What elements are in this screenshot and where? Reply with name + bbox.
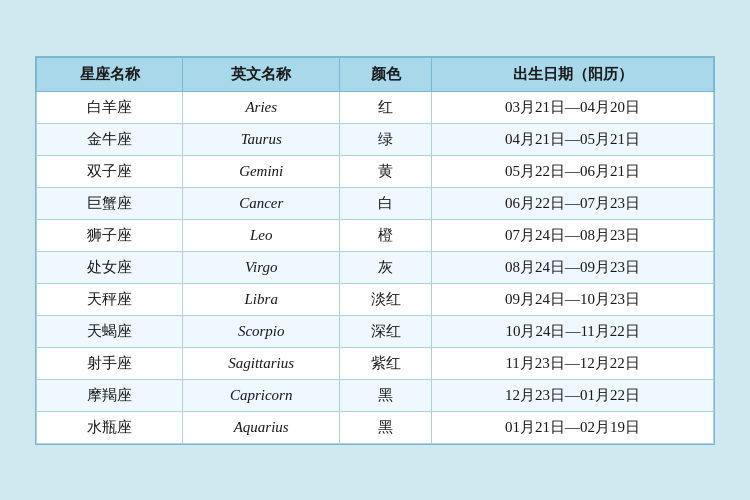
header-english-name: 英文名称 — [183, 57, 340, 91]
cell-chinese-name: 巨蟹座 — [37, 187, 183, 219]
cell-dates: 04月21日—05月21日 — [432, 123, 714, 155]
cell-chinese-name: 处女座 — [37, 251, 183, 283]
cell-english-name: Leo — [183, 219, 340, 251]
cell-color: 绿 — [340, 123, 432, 155]
header-color: 颜色 — [340, 57, 432, 91]
table-row: 处女座Virgo灰08月24日—09月23日 — [37, 251, 714, 283]
cell-color: 橙 — [340, 219, 432, 251]
cell-dates: 05月22日—06月21日 — [432, 155, 714, 187]
cell-color: 灰 — [340, 251, 432, 283]
cell-dates: 11月23日—12月22日 — [432, 347, 714, 379]
cell-dates: 07月24日—08月23日 — [432, 219, 714, 251]
cell-english-name: Capricorn — [183, 379, 340, 411]
cell-english-name: Libra — [183, 283, 340, 315]
cell-dates: 06月22日—07月23日 — [432, 187, 714, 219]
cell-english-name: Cancer — [183, 187, 340, 219]
cell-chinese-name: 狮子座 — [37, 219, 183, 251]
cell-chinese-name: 天秤座 — [37, 283, 183, 315]
cell-color: 紫红 — [340, 347, 432, 379]
cell-color: 黑 — [340, 379, 432, 411]
table-row: 水瓶座Aquarius黑01月21日—02月19日 — [37, 411, 714, 443]
cell-dates: 10月24日—11月22日 — [432, 315, 714, 347]
cell-english-name: Aries — [183, 91, 340, 123]
cell-chinese-name: 摩羯座 — [37, 379, 183, 411]
table-row: 金牛座Taurus绿04月21日—05月21日 — [37, 123, 714, 155]
cell-dates: 03月21日—04月20日 — [432, 91, 714, 123]
table-row: 摩羯座Capricorn黑12月23日—01月22日 — [37, 379, 714, 411]
cell-english-name: Scorpio — [183, 315, 340, 347]
cell-english-name: Virgo — [183, 251, 340, 283]
cell-dates: 09月24日—10月23日 — [432, 283, 714, 315]
cell-chinese-name: 天蝎座 — [37, 315, 183, 347]
cell-english-name: Sagittarius — [183, 347, 340, 379]
cell-color: 黄 — [340, 155, 432, 187]
table-row: 双子座Gemini黄05月22日—06月21日 — [37, 155, 714, 187]
table-header-row: 星座名称 英文名称 颜色 出生日期（阳历） — [37, 57, 714, 91]
cell-english-name: Gemini — [183, 155, 340, 187]
cell-dates: 01月21日—02月19日 — [432, 411, 714, 443]
table-row: 巨蟹座Cancer白06月22日—07月23日 — [37, 187, 714, 219]
table-row: 射手座Sagittarius紫红11月23日—12月22日 — [37, 347, 714, 379]
cell-color: 淡红 — [340, 283, 432, 315]
cell-color: 红 — [340, 91, 432, 123]
cell-color: 深红 — [340, 315, 432, 347]
table-row: 天秤座Libra淡红09月24日—10月23日 — [37, 283, 714, 315]
cell-dates: 12月23日—01月22日 — [432, 379, 714, 411]
zodiac-table: 星座名称 英文名称 颜色 出生日期（阳历） 白羊座Aries红03月21日—04… — [36, 57, 714, 444]
table-row: 白羊座Aries红03月21日—04月20日 — [37, 91, 714, 123]
table-row: 天蝎座Scorpio深红10月24日—11月22日 — [37, 315, 714, 347]
header-chinese-name: 星座名称 — [37, 57, 183, 91]
cell-chinese-name: 金牛座 — [37, 123, 183, 155]
cell-chinese-name: 水瓶座 — [37, 411, 183, 443]
cell-color: 白 — [340, 187, 432, 219]
cell-chinese-name: 射手座 — [37, 347, 183, 379]
cell-english-name: Aquarius — [183, 411, 340, 443]
cell-dates: 08月24日—09月23日 — [432, 251, 714, 283]
cell-chinese-name: 双子座 — [37, 155, 183, 187]
zodiac-table-container: 星座名称 英文名称 颜色 出生日期（阳历） 白羊座Aries红03月21日—04… — [35, 56, 715, 445]
cell-chinese-name: 白羊座 — [37, 91, 183, 123]
cell-english-name: Taurus — [183, 123, 340, 155]
table-row: 狮子座Leo橙07月24日—08月23日 — [37, 219, 714, 251]
cell-color: 黑 — [340, 411, 432, 443]
header-dates: 出生日期（阳历） — [432, 57, 714, 91]
table-body: 白羊座Aries红03月21日—04月20日金牛座Taurus绿04月21日—0… — [37, 91, 714, 443]
